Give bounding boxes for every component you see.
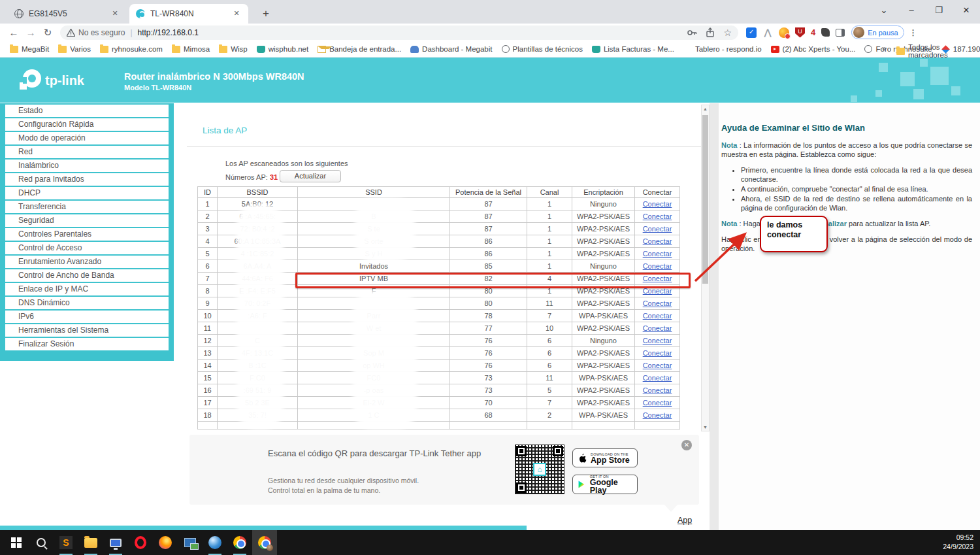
app-link[interactable]: App bbox=[678, 516, 692, 525]
bookmark-item[interactable]: Tablero - respond.io bbox=[679, 44, 766, 54]
bookmark-label: Bandeja de entrada... bbox=[329, 45, 401, 53]
sidebar-item[interactable]: Control de Ancho de Banda bbox=[5, 269, 169, 282]
tab-close-icon[interactable]: ✕ bbox=[110, 8, 120, 19]
sidebar-item[interactable]: Enrutamiento Avanzado bbox=[5, 256, 169, 268]
sidebar-item[interactable]: Enlace de IP y MAC bbox=[5, 283, 169, 295]
bookmark-item[interactable]: Varios bbox=[54, 44, 95, 54]
sidebar-item[interactable]: Modo de operación bbox=[5, 132, 169, 144]
connect-link[interactable]: Conectar bbox=[643, 411, 672, 419]
bookmark-item[interactable]: Dashboard - Megabit bbox=[406, 44, 497, 54]
sidebar-item[interactable]: Controles Parentales bbox=[5, 228, 169, 241]
pin-extension-icon[interactable] bbox=[821, 28, 830, 37]
share-icon[interactable] bbox=[705, 27, 715, 38]
reload-icon[interactable]: ↻ bbox=[39, 27, 56, 39]
window-minimize-icon[interactable]: – bbox=[898, 0, 925, 22]
ap-count: Números AP: 31 bbox=[225, 173, 278, 181]
browser-menu-icon[interactable]: ⋮ bbox=[909, 28, 913, 37]
all-bookmarks-button[interactable]: Todos los marcadores bbox=[896, 43, 980, 59]
bookmark-star-icon[interactable]: ☆ bbox=[723, 27, 732, 38]
vertical-scrollbar[interactable]: ▲ ▼ bbox=[701, 105, 710, 431]
scroll-down-icon[interactable]: ▼ bbox=[702, 425, 709, 429]
a-extension-icon[interactable]: ⋀ bbox=[762, 27, 773, 38]
taskbar-opera[interactable] bbox=[128, 530, 153, 555]
tab-close-icon[interactable]: ✕ bbox=[231, 8, 242, 19]
bookmark-item[interactable]: Lista Facturas - Me... bbox=[587, 44, 679, 54]
help-title: Ayuda de Examinar el Sitio de Wlan bbox=[721, 123, 972, 133]
google-play-badge[interactable]: GET IT ON Google Play bbox=[572, 475, 638, 494]
taskbar-chrome-profile[interactable] bbox=[252, 530, 277, 555]
sidebar-item[interactable]: Transferencia bbox=[5, 201, 169, 213]
taskbar-firefox[interactable] bbox=[153, 530, 178, 555]
taskbar-teamviewer[interactable] bbox=[203, 530, 227, 555]
side-panel-icon[interactable] bbox=[836, 29, 845, 37]
window-restore-icon[interactable]: ❐ bbox=[925, 0, 953, 22]
bookmark-item[interactable]: Plantillas de técnicos bbox=[497, 44, 587, 54]
card-close-icon[interactable]: ✕ bbox=[681, 440, 692, 450]
sidebar-item[interactable]: DHCP bbox=[5, 187, 169, 199]
sidebar-item[interactable]: Red bbox=[5, 146, 169, 158]
connect-link[interactable]: Conectar bbox=[643, 250, 672, 258]
connect-link[interactable]: Conectar bbox=[643, 200, 672, 208]
scroll-up-icon[interactable]: ▲ bbox=[702, 107, 709, 111]
new-tab-button[interactable]: + bbox=[257, 5, 274, 22]
cell-signal: 73 bbox=[450, 384, 527, 397]
app-store-badge[interactable]: DOWNLOAD ON THE App Store bbox=[572, 448, 638, 467]
tab-eg8145v5[interactable]: EG8145V5 ✕ bbox=[8, 4, 127, 24]
cell-id: 16 bbox=[198, 384, 218, 397]
refresh-button[interactable]: Actualizar bbox=[280, 170, 341, 182]
sidebar-item[interactable]: IPv6 bbox=[5, 311, 169, 323]
taskbar-this-pc[interactable] bbox=[103, 530, 128, 555]
bookmark-item[interactable]: wisphub.net bbox=[252, 44, 313, 54]
sidebar-item[interactable]: Control de Acceso bbox=[5, 242, 169, 254]
taskbar-sublime[interactable]: S bbox=[54, 530, 78, 555]
taskbar-search-button[interactable] bbox=[29, 530, 54, 555]
forward-icon[interactable]: → bbox=[22, 27, 39, 38]
sidebar-item[interactable]: Estado bbox=[5, 105, 169, 117]
connect-link[interactable]: Conectar bbox=[643, 324, 672, 332]
bookmarks-overflow-chevron[interactable]: » bbox=[882, 44, 887, 53]
connect-link[interactable]: Conectar bbox=[643, 399, 672, 407]
scrollbar-thumb[interactable] bbox=[702, 115, 708, 284]
connect-link[interactable]: Conectar bbox=[643, 386, 672, 394]
start-button[interactable] bbox=[4, 530, 29, 555]
connect-link[interactable]: Conectar bbox=[643, 362, 672, 369]
profile-button[interactable]: En pausa bbox=[851, 25, 904, 39]
ublock-shield-icon[interactable]: U bbox=[795, 27, 805, 38]
sidebar-item[interactable]: Configuración Rápida bbox=[5, 118, 169, 131]
taskbar-file-explorer[interactable] bbox=[78, 530, 103, 555]
connect-link[interactable]: Conectar bbox=[643, 225, 672, 233]
badge-extension-icon[interactable] bbox=[779, 27, 789, 38]
bookmark-item[interactable]: Mimosa bbox=[167, 44, 214, 54]
connect-link[interactable]: Conectar bbox=[643, 262, 672, 270]
bookmark-item[interactable]: Bandeja de entrada... bbox=[313, 44, 406, 54]
connect-link[interactable]: Conectar bbox=[643, 337, 672, 345]
taskbar-remote-desktop[interactable] bbox=[178, 530, 203, 555]
url-bar[interactable]: No es seguro | http://192.168.0.1 ☆ bbox=[60, 25, 738, 40]
connect-link[interactable]: Conectar bbox=[643, 374, 672, 382]
connect-link[interactable]: Conectar bbox=[643, 349, 672, 357]
connect-link[interactable]: Conectar bbox=[643, 237, 672, 245]
password-key-icon[interactable] bbox=[687, 27, 697, 38]
taskbar-clock[interactable]: 09:52 24/9/2023 bbox=[943, 533, 973, 551]
sidebar-item[interactable]: Herramientas del Sistema bbox=[5, 324, 169, 337]
translate-extension-icon[interactable] bbox=[746, 27, 757, 38]
badge-big-text: Google Play bbox=[590, 479, 632, 494]
bookmark-item[interactable]: Wisp bbox=[214, 44, 252, 54]
sidebar-item[interactable]: Finalizar Sesión bbox=[5, 338, 169, 350]
connect-link[interactable]: Conectar bbox=[643, 299, 672, 307]
tab-tl-wr840n[interactable]: TL-WR840N ✕ bbox=[129, 4, 248, 24]
sidebar-item[interactable]: Red para Invitados bbox=[5, 173, 169, 186]
taskbar-chrome[interactable] bbox=[227, 530, 252, 555]
connect-link[interactable]: Conectar bbox=[643, 312, 672, 320]
sidebar-item[interactable]: Seguridad bbox=[5, 214, 169, 227]
window-chevron-icon[interactable]: ⌄ bbox=[870, 0, 898, 22]
bookmark-item[interactable]: MegaBit bbox=[5, 44, 54, 54]
windows-icon bbox=[11, 537, 22, 548]
sidebar-item[interactable]: Inalámbrico bbox=[5, 160, 169, 172]
connect-link[interactable]: Conectar bbox=[643, 212, 672, 220]
window-close-icon[interactable]: ✕ bbox=[953, 0, 980, 22]
bookmark-item[interactable]: (2) Abc Xperts - You... bbox=[766, 44, 860, 54]
sidebar-item[interactable]: DNS Dinámico bbox=[5, 297, 169, 309]
bookmark-item[interactable]: ryhnosuke.com bbox=[95, 44, 167, 54]
back-icon[interactable]: ← bbox=[5, 27, 22, 38]
